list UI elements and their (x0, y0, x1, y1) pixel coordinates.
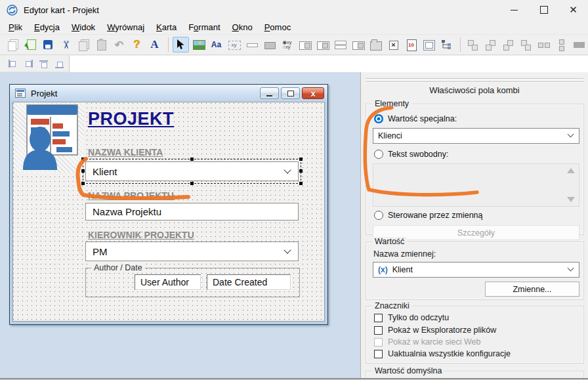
page-number-tool-icon[interactable]: 10 (403, 37, 419, 53)
new-document-icon[interactable] (5, 37, 21, 53)
checkbox-icon[interactable] (374, 314, 383, 322)
designer-window: Projekt x (9, 84, 328, 325)
designer-titlebar[interactable]: Projekt x (10, 85, 327, 102)
radio-checked-icon[interactable] (374, 114, 383, 123)
form-heading[interactable]: PROJEKT (88, 109, 174, 129)
minimize-button[interactable] (499, 0, 529, 20)
save-icon[interactable] (40, 37, 56, 53)
selection-handle[interactable] (81, 169, 85, 173)
update-all-configs-checkbox-row[interactable]: Uaktualnia wszystkie konfiguracje (374, 349, 511, 358)
same-width-icon[interactable] (571, 37, 587, 53)
menu-edycja[interactable]: Edycja (28, 21, 66, 33)
scroll-up-icon[interactable] (567, 168, 575, 173)
free-text-radio-label: Tekst swobodny: (388, 150, 448, 159)
snap-bottom-icon[interactable] (52, 58, 67, 70)
menu-formant[interactable]: Formant (182, 21, 226, 33)
font-icon[interactable]: A (146, 37, 163, 53)
menu-okno[interactable]: Okno (226, 21, 259, 33)
chevron-down-icon (284, 166, 291, 173)
help-icon[interactable]: ? (129, 37, 145, 53)
combobox-tool-icon[interactable] (297, 37, 313, 53)
special-value-radio-label: Wartość specjalna: (388, 114, 457, 123)
frame-tool-icon[interactable] (421, 37, 437, 53)
multiline-tool-icon[interactable] (332, 37, 348, 53)
menu-plik[interactable]: Plik (3, 21, 28, 33)
variable-radio-row[interactable]: Sterowane przez zmienną (374, 211, 483, 220)
free-text-radio-row[interactable]: Tekst swobodny: (374, 150, 448, 159)
main-toolbar: ✂ ↶ ? A Aa xy ◉xy○xy × 10 (0, 34, 588, 55)
select-tool-icon[interactable] (173, 37, 189, 53)
menu-wyrownaj[interactable]: Wyrównaj (101, 21, 150, 33)
selection-handle[interactable] (190, 158, 194, 161)
align-top-icon[interactable] (500, 37, 516, 53)
project-card-image[interactable] (22, 104, 80, 170)
panel-grabber[interactable] (366, 81, 583, 83)
variables-button[interactable]: Zmienne... (485, 282, 579, 297)
selection-handle[interactable] (81, 158, 85, 161)
special-value-combobox[interactable]: Klienci (373, 128, 579, 144)
readonly-checkbox-row[interactable]: Tylko do odczytu (374, 313, 449, 322)
checkbox-icon[interactable] (374, 326, 383, 335)
checkbox-tool-icon[interactable]: × (385, 37, 402, 53)
client-name-label[interactable]: NAZWA KLIENTA (88, 147, 163, 158)
author-date-groupbox[interactable]: Author / Date User Author Date Created (85, 268, 300, 297)
snap-top-icon[interactable] (37, 58, 51, 70)
panel-grabber[interactable] (366, 78, 583, 79)
close-button[interactable]: ✕ (558, 0, 588, 20)
text-tool-icon[interactable]: Aa (208, 37, 224, 53)
align-left-icon[interactable] (465, 37, 481, 53)
manager-combobox[interactable]: PM (85, 242, 299, 261)
menu-karta[interactable]: Karta (150, 21, 182, 33)
line-tool-icon[interactable] (243, 37, 260, 53)
selection-handle[interactable] (81, 182, 85, 185)
snap-right-icon[interactable] (21, 58, 35, 70)
radio-unchecked-icon[interactable] (374, 150, 383, 159)
designer-close-button[interactable]: x (302, 87, 324, 99)
client-combobox[interactable]: Klient (85, 161, 299, 181)
author-input[interactable]: User Author (135, 274, 201, 290)
snap-left-icon[interactable] (5, 58, 20, 70)
project-name-label[interactable]: NAZWA PROJEKTU (88, 190, 174, 201)
distribute-horizontal-icon[interactable] (536, 37, 552, 53)
designer-restore-button[interactable] (281, 87, 300, 99)
selection-handle[interactable] (299, 169, 303, 173)
project-name-input[interactable]: Nazwa Projektu (85, 203, 299, 221)
distribute-vertical-icon[interactable] (553, 37, 570, 53)
copy-icon[interactable] (75, 37, 92, 53)
open-icon[interactable] (22, 37, 39, 53)
paste-icon[interactable] (93, 37, 110, 53)
tab-page-tool-icon[interactable] (368, 37, 384, 53)
free-text-textarea[interactable] (373, 163, 579, 207)
menu-widok[interactable]: Widok (66, 21, 101, 33)
dropdown-tool-icon[interactable] (314, 37, 331, 53)
label-tool-icon[interactable]: xy (226, 37, 242, 53)
image-tool-icon[interactable] (190, 37, 207, 53)
tree-tool-icon[interactable] (438, 37, 455, 53)
designer-minimize-button[interactable] (260, 87, 279, 99)
form-design-surface[interactable]: PROJEKT NAZWA KLIENTA Klient NAZWA P (12, 102, 325, 322)
scroll-down-icon[interactable] (567, 197, 575, 202)
radio-unchecked-icon[interactable] (374, 211, 383, 220)
selection-handle[interactable] (299, 182, 303, 185)
show-in-explorer-checkbox-row[interactable]: Pokaż w Eksploratorze plików (374, 326, 496, 335)
align-right-icon[interactable] (482, 37, 499, 53)
align-bottom-icon[interactable] (518, 37, 534, 53)
project-manager-label[interactable]: KIEROWNIK PROJEKTU (88, 230, 194, 240)
maximize-button[interactable] (529, 0, 558, 20)
variable-radio-label: Sterowane przez zmienną (388, 211, 483, 220)
cut-icon[interactable]: ✂ (58, 37, 74, 53)
selection-handle[interactable] (190, 182, 194, 185)
undo-icon[interactable]: ↶ (111, 37, 127, 53)
rectangle-tool-icon[interactable] (261, 37, 278, 53)
selection-handle[interactable] (299, 158, 303, 161)
special-value-radio-row[interactable]: Wartość specjalna: (374, 114, 457, 123)
date-created-input[interactable]: Date Created (207, 274, 291, 290)
design-canvas[interactable]: Projekt x (0, 72, 360, 378)
checkbox-icon-disabled (374, 338, 383, 347)
listbox-tool-icon[interactable] (350, 37, 366, 53)
radio-tool-icon[interactable]: ◉xy○xy (279, 37, 295, 53)
variable-combobox[interactable]: (x) Klient (373, 262, 579, 278)
checkbox-icon[interactable] (374, 350, 383, 358)
show-in-web-card-checkbox-row: Pokaż w karcie sieci Web (374, 337, 481, 347)
menu-pomoc[interactable]: Pomoc (259, 21, 297, 33)
